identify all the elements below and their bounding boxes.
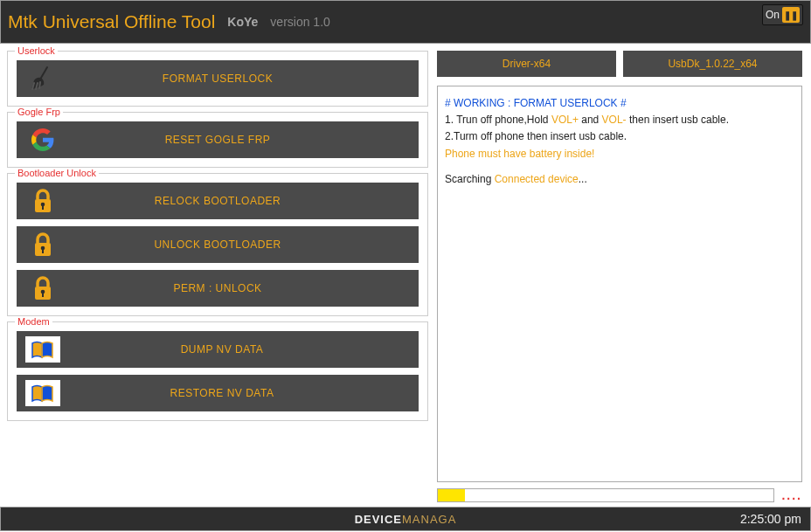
log-volplus: VOL+	[551, 114, 579, 126]
app-title: Mtk Universal Offline Tool	[8, 11, 215, 32]
usbdk-button[interactable]: UsbDk_1.0.22_x64	[623, 51, 802, 77]
book-icon	[25, 380, 60, 406]
unlock-bootloader-button[interactable]: UNLOCK BOOTLOADER	[17, 226, 419, 263]
log-searching: Scarching Connected device...	[445, 171, 794, 188]
log-sc: ...	[579, 173, 587, 185]
svg-line-3	[39, 82, 40, 88]
restore-label: RESTORE NV DATA	[69, 387, 419, 399]
dump-nv-button[interactable]: DUMP NV DATA	[17, 331, 419, 368]
restore-nv-button[interactable]: RESTORE NV DATA	[17, 375, 419, 411]
frp-group: Gogle Frp RESET GOGLE FRP	[7, 112, 428, 168]
bootloader-group: Bootloader Unlock RELOCK BOOTLOADER UNLO…	[7, 173, 428, 316]
spacer	[445, 162, 794, 171]
bootloader-legend: Bootloader Unlock	[15, 168, 99, 178]
perm-unlock-button[interactable]: PERM : UNLOCK	[17, 270, 419, 307]
lock-icon	[17, 226, 69, 263]
book-icon	[25, 336, 60, 363]
frp-legend: Gogle Frp	[15, 107, 63, 117]
svg-rect-6	[42, 205, 44, 210]
modem-legend: Modem	[15, 316, 52, 327]
app-subtitle: KoYe	[227, 15, 258, 29]
log-sb: Connected device	[495, 173, 579, 185]
progress-row: ....	[437, 487, 802, 503]
footer-bar: DEVICEMANAGA 2:25:00 pm	[0, 507, 811, 531]
svg-rect-9	[42, 249, 44, 253]
relock-label: RELOCK BOOTLOADER	[69, 195, 419, 207]
clock: 2:25:00 pm	[740, 512, 801, 526]
log-sa: Scarching	[445, 173, 495, 185]
on-toggle[interactable]: On ❚❚	[762, 4, 803, 25]
progress-bar	[437, 488, 774, 502]
userlock-legend: Userlock	[15, 45, 58, 56]
unlock-label: UNLOCK BOOTLOADER	[69, 238, 419, 251]
progress-fill	[438, 489, 465, 501]
log-volminus: VOL-	[602, 114, 627, 126]
broom-icon	[17, 60, 69, 97]
modem-group: Modem DUMP NV DATA RESTORE NV DATA	[7, 321, 428, 421]
userlock-group: Userlock FORMAT USERLOCK	[7, 51, 428, 107]
svg-rect-12	[42, 293, 44, 297]
log-line-2: 2.Turm off phone then insert usb cable.	[445, 128, 794, 145]
svg-line-0	[41, 67, 47, 78]
app-version: version 1.0	[270, 15, 329, 29]
footer-device: DEVICE	[355, 513, 402, 526]
log-line-1: 1. Trun off phone,Hold VOL+ and VOL- the…	[445, 112, 794, 128]
log-l1a: 1. Trun off phone,Hold	[445, 114, 551, 126]
relock-bootloader-button[interactable]: RELOCK BOOTLOADER	[17, 183, 419, 219]
right-panel: Driver-x64 UsbDk_1.0.22_x64 # WORKING : …	[432, 44, 808, 507]
perm-label: PERM : UNLOCK	[69, 282, 419, 294]
footer-managa: MANAGA	[402, 513, 456, 526]
format-userlock-label: FORMAT USERLOCK	[69, 73, 419, 85]
log-warning: Phone must have battery inside!	[445, 146, 794, 162]
left-panel: Userlock FORMAT USERLOCK Gogle Frp RESET…	[0, 44, 432, 507]
pause-icon[interactable]: ❚❚	[782, 7, 800, 23]
header-bar: Mtk Universal Offline Tool KoYe version …	[0, 0, 811, 44]
log-output: # WORKING : FORMAT USERLOCK # 1. Trun of…	[437, 86, 802, 482]
log-working-line: # WORKING : FORMAT USERLOCK #	[445, 95, 794, 112]
google-icon	[17, 121, 69, 158]
status-dots: ....	[781, 488, 802, 502]
driver-x64-button[interactable]: Driver-x64	[437, 51, 616, 77]
footer-text: DEVICEMANAGA	[355, 513, 457, 526]
dump-label: DUMP NV DATA	[69, 343, 419, 356]
log-l1e: then insert usb cable.	[627, 114, 729, 126]
lock-icon	[17, 270, 69, 307]
format-userlock-button[interactable]: FORMAT USERLOCK	[17, 60, 419, 97]
lock-icon	[17, 183, 69, 219]
main-area: Userlock FORMAT USERLOCK Gogle Frp RESET…	[0, 44, 811, 507]
driver-buttons: Driver-x64 UsbDk_1.0.22_x64	[437, 51, 802, 77]
reset-frp-button[interactable]: RESET GOGLE FRP	[17, 121, 419, 158]
log-l1c: and	[579, 114, 602, 126]
reset-frp-label: RESET GOGLE FRP	[69, 134, 419, 146]
on-label: On	[766, 9, 780, 21]
